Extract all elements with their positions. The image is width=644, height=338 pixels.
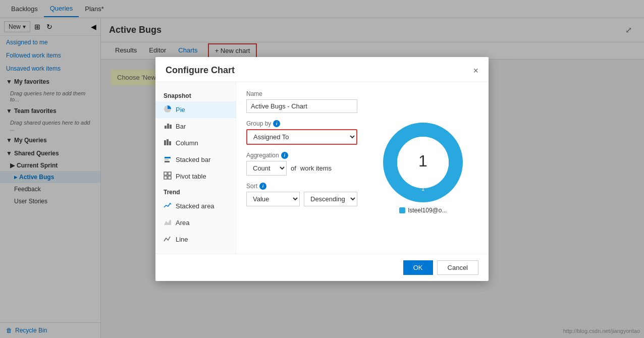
chart-type-stacked-area[interactable]: Stacked area (155, 198, 236, 214)
pie-icon (164, 105, 172, 115)
sort-label: Sort i (246, 183, 357, 190)
svg-rect-7 (165, 157, 171, 158)
bar-icon (164, 122, 172, 131)
svg-rect-2 (167, 124, 169, 129)
stacked-bar-icon (164, 155, 172, 164)
modal-title: Configure Chart (166, 65, 235, 76)
legend-label: lsteel109@o... (408, 207, 447, 214)
chart-type-panel: Snapshot Pie (155, 82, 236, 254)
legend-color (399, 207, 405, 213)
aggregation-items-label: work items (300, 164, 332, 172)
chart-type-area[interactable]: Area (155, 214, 236, 231)
svg-rect-10 (164, 172, 167, 175)
chart-type-column[interactable]: Column (155, 135, 236, 151)
aggregation-count-select[interactable]: Count (246, 161, 287, 176)
svg-rect-13 (168, 176, 171, 179)
sort-info-icon: i (259, 183, 266, 190)
svg-rect-6 (169, 141, 171, 145)
trend-label: Trend (155, 185, 236, 198)
group-by-label: Group by i (246, 120, 357, 127)
svg-rect-12 (164, 176, 167, 179)
sort-value-select[interactable]: Value Label (246, 192, 300, 206)
svg-rect-9 (165, 161, 170, 162)
sort-direction-select[interactable]: Descending Ascending (304, 192, 357, 206)
svg-text:1: 1 (418, 152, 427, 170)
name-label: Name (246, 90, 357, 97)
chart-type-pie[interactable]: Pie (155, 101, 236, 118)
svg-rect-1 (165, 126, 167, 129)
svg-rect-8 (165, 159, 169, 160)
line-icon (164, 235, 172, 244)
chart-type-stacked-bar[interactable]: Stacked bar (155, 151, 236, 168)
modal-close-button[interactable]: × (473, 66, 478, 75)
svg-rect-4 (164, 140, 166, 145)
svg-rect-11 (168, 172, 171, 175)
column-icon (164, 138, 172, 148)
group-by-select[interactable]: Assigned To State Priority Area Path Ite… (247, 130, 356, 144)
donut-chart: 1 1 (383, 122, 463, 203)
svg-text:1: 1 (421, 186, 424, 192)
chart-type-line[interactable]: Line (155, 231, 236, 248)
svg-rect-5 (167, 139, 169, 145)
group-by-info-icon: i (273, 120, 280, 127)
chart-type-bar[interactable]: Bar (155, 118, 236, 135)
aggregation-info-icon: i (281, 152, 288, 159)
aggregation-of-label: of (291, 164, 296, 172)
stacked-area-icon (164, 201, 172, 211)
area-icon (164, 218, 172, 228)
ok-button[interactable]: OK (403, 260, 433, 275)
svg-rect-3 (170, 125, 172, 129)
name-input[interactable] (246, 99, 357, 113)
aggregation-label: Aggregation i (246, 152, 357, 159)
chart-type-pivot[interactable]: Pivot table (155, 168, 236, 185)
cancel-button[interactable]: Cancel (437, 260, 478, 275)
svg-marker-14 (164, 219, 171, 225)
modal-overlay: Configure Chart × Snapshot Pie (0, 18, 644, 338)
snapshot-label: Snapshot (155, 88, 236, 101)
configure-chart-modal: Configure Chart × Snapshot Pie (155, 57, 489, 281)
chart-legend: lsteel109@o... (399, 207, 447, 214)
pivot-icon (164, 172, 172, 181)
